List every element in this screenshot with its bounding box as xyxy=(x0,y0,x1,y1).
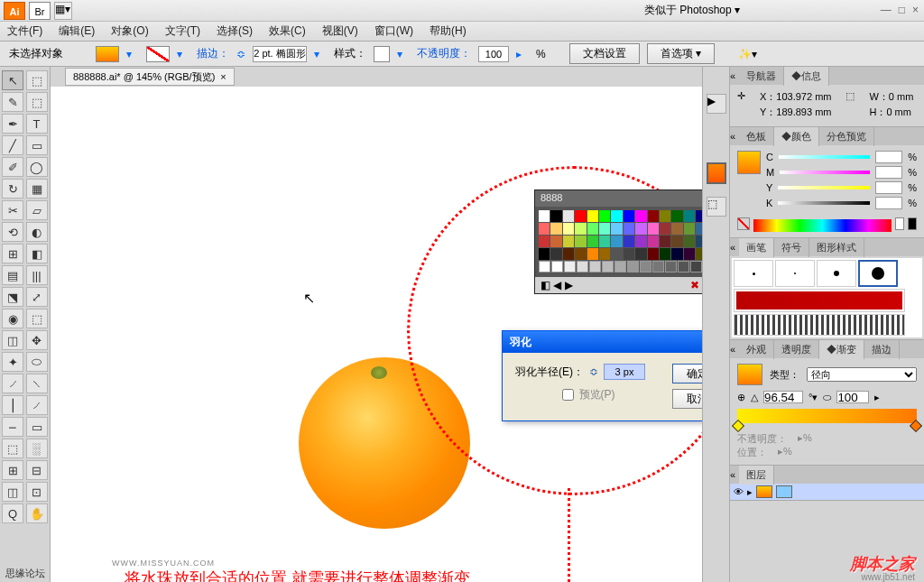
swatch[interactable] xyxy=(696,248,702,260)
swatch[interactable] xyxy=(589,261,601,273)
tool-1[interactable]: ⬚ xyxy=(26,70,48,90)
delete-swatch-icon[interactable]: ✖ xyxy=(690,279,699,291)
swatch[interactable] xyxy=(648,248,659,260)
swatch[interactable] xyxy=(696,223,702,235)
swatch[interactable] xyxy=(640,261,651,273)
angle-input[interactable] xyxy=(763,391,803,403)
stroke-panel-tab[interactable]: 描边 xyxy=(864,340,900,359)
tool-35[interactable]: ░ xyxy=(26,439,48,458)
layer-row[interactable]: 👁 ▸ xyxy=(730,484,924,500)
tool-6[interactable]: ╱ xyxy=(2,135,23,155)
menu-item[interactable]: 文字(T) xyxy=(165,23,200,39)
swatch[interactable] xyxy=(624,210,634,222)
swatch[interactable] xyxy=(624,223,634,235)
swatch[interactable] xyxy=(627,261,639,273)
dialog-titlebar[interactable]: 羽化 xyxy=(503,331,702,353)
swatch[interactable] xyxy=(684,236,695,247)
brush-grid[interactable] xyxy=(732,258,922,337)
swatch[interactable] xyxy=(635,223,646,235)
swatch[interactable] xyxy=(587,210,598,222)
swatch[interactable] xyxy=(539,223,550,235)
tool-28[interactable]: ⟋ xyxy=(2,374,23,393)
menu-item[interactable]: 效果(C) xyxy=(269,23,306,39)
fill-dropdown-icon[interactable]: ▾ xyxy=(126,48,139,60)
swatch[interactable] xyxy=(635,236,646,247)
tool-10[interactable]: ↻ xyxy=(2,179,23,199)
swatch[interactable] xyxy=(599,236,610,247)
swatch[interactable] xyxy=(648,210,659,222)
tool-4[interactable]: ✒ xyxy=(2,114,23,134)
navigator-tab[interactable]: 导航器 xyxy=(739,67,784,86)
style-swatch[interactable] xyxy=(374,46,390,62)
tool-37[interactable]: ⊟ xyxy=(26,460,48,480)
tool-7[interactable]: ▭ xyxy=(26,135,48,155)
c-value[interactable] xyxy=(875,151,902,163)
swatch[interactable] xyxy=(690,261,702,273)
m-slider[interactable] xyxy=(780,171,870,174)
swatch[interactable] xyxy=(652,261,664,273)
tool-18[interactable]: ▤ xyxy=(2,265,23,285)
swatch[interactable] xyxy=(678,261,689,273)
tool-30[interactable]: ⎮ xyxy=(2,395,23,415)
tool-17[interactable]: ◧ xyxy=(26,244,48,263)
swatch[interactable] xyxy=(563,223,574,235)
swatch[interactable] xyxy=(671,248,682,260)
swatch[interactable] xyxy=(577,261,588,273)
c-slider[interactable] xyxy=(779,155,870,159)
tool-15[interactable]: ◐ xyxy=(26,222,48,242)
feather-radius-input[interactable] xyxy=(604,364,645,380)
gradient-swatch[interactable] xyxy=(737,364,762,385)
tool-14[interactable]: ⟲ xyxy=(2,222,23,242)
collapse-icon[interactable]: « xyxy=(730,70,739,81)
tool-41[interactable]: ✋ xyxy=(26,503,48,523)
swatch[interactable] xyxy=(550,210,561,222)
arrange-docs-button[interactable]: ▦▾ xyxy=(54,2,72,20)
swatch[interactable] xyxy=(563,236,574,247)
y-value[interactable] xyxy=(875,181,902,194)
swatch[interactable] xyxy=(696,236,702,247)
swatch[interactable] xyxy=(660,236,670,247)
gradient-type-select[interactable]: 径向 xyxy=(807,367,917,382)
k-value[interactable] xyxy=(875,197,902,209)
bridge-logo[interactable]: Br xyxy=(29,2,51,20)
workspace-switcher[interactable]: 类似于 Photoshop ▾ xyxy=(644,3,740,18)
swatch[interactable] xyxy=(539,248,550,260)
swatch[interactable] xyxy=(660,248,670,260)
swatches-floating-panel[interactable]: 8888 « × ◧ ◀ ▶ ✖ ⊟ xyxy=(534,189,702,294)
swatch[interactable] xyxy=(671,210,682,222)
tool-23[interactable]: ⬚ xyxy=(26,309,48,328)
menu-item[interactable]: 编辑(E) xyxy=(59,23,95,39)
tool-19[interactable]: ||| xyxy=(26,265,48,285)
menu-item[interactable]: 选择(S) xyxy=(217,23,253,39)
fill-swatch[interactable] xyxy=(96,46,119,62)
cancel-button[interactable]: 取消 xyxy=(672,389,702,409)
visibility-icon[interactable]: 👁 xyxy=(734,486,744,497)
menu-item[interactable]: 文件(F) xyxy=(7,23,42,39)
swatches-tab[interactable]: 色板 xyxy=(739,127,774,146)
opacity-input[interactable] xyxy=(478,46,509,62)
tool-9[interactable]: ◯ xyxy=(26,157,48,177)
tool-40[interactable]: Q xyxy=(2,503,23,523)
swatch[interactable] xyxy=(624,236,634,247)
preview-checkbox[interactable] xyxy=(562,389,574,401)
swatch[interactable] xyxy=(660,210,670,222)
swatch[interactable] xyxy=(587,248,598,260)
swatch-grid[interactable] xyxy=(535,207,702,277)
tool-20[interactable]: ⬔ xyxy=(2,287,23,307)
gradient-tab[interactable]: ◆渐变 xyxy=(819,340,864,359)
info-tab[interactable]: ◆信息 xyxy=(784,67,829,86)
tool-33[interactable]: ▭ xyxy=(26,417,48,437)
swatch[interactable] xyxy=(563,210,574,222)
stroke-weight-input[interactable] xyxy=(253,46,307,62)
m-value[interactable] xyxy=(875,166,902,179)
maximize-button[interactable]: □ xyxy=(899,4,905,16)
swatch[interactable] xyxy=(614,261,626,273)
symbols-tab[interactable]: 符号 xyxy=(774,238,809,257)
appearance-tab[interactable]: 外观 xyxy=(739,340,774,359)
tool-27[interactable]: ⬭ xyxy=(26,352,48,372)
swatch[interactable] xyxy=(550,236,561,247)
close-button[interactable]: × xyxy=(912,4,919,16)
swatch[interactable] xyxy=(539,210,550,222)
swatch[interactable] xyxy=(575,223,586,235)
tool-5[interactable]: T xyxy=(26,114,48,134)
